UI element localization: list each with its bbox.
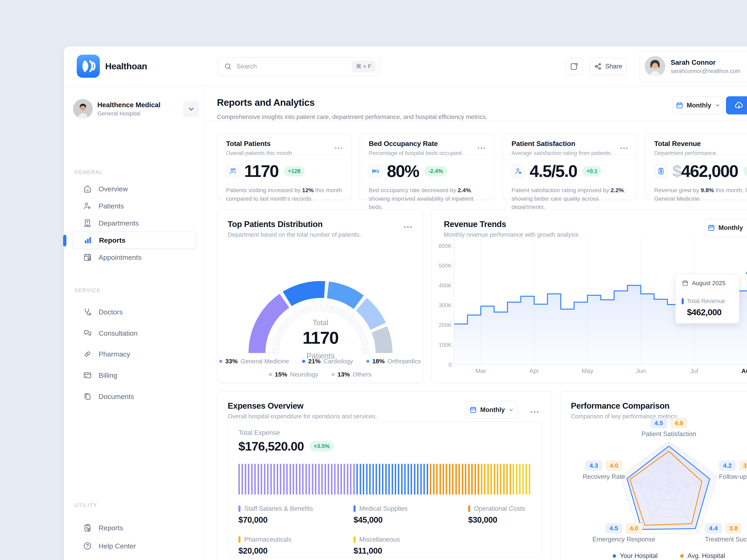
chevron-down-icon [187, 105, 196, 113]
stat-value: 4.5/5.0 [530, 161, 577, 181]
sidebar-item-label: Departments [99, 219, 139, 227]
page-title: Reports and Analytics [217, 97, 314, 108]
sidebar-item-help-center[interactable]: Help Center [72, 537, 196, 555]
user-email: sarahconnor@healthce.com [671, 68, 740, 75]
distribution-menu-button[interactable] [403, 222, 413, 232]
expenses-overview-card: Expenses Overview Overall hospital expen… [217, 391, 552, 560]
revenue-period-value: Monthly [719, 224, 743, 232]
expenses-period-dropdown[interactable]: Monthly [466, 401, 517, 419]
sidebar-item-overview[interactable]: Overview [72, 180, 196, 197]
gauge-legend-row-2: 15%Neurology13%Others [217, 371, 423, 378]
org-switcher[interactable]: Healthence Medical General Hospital [73, 99, 160, 119]
app-logo-icon [77, 55, 100, 78]
sidebar-item-consultation[interactable]: Consultation [72, 324, 196, 342]
sidebar-item-settings[interactable]: Settings [72, 556, 196, 560]
tooltip-series-marker [681, 298, 684, 304]
bed-icon [369, 164, 382, 178]
expenses-period-value: Monthly [480, 406, 505, 414]
share-icon [594, 62, 602, 71]
sidebar-item-patients[interactable]: Patients [72, 197, 196, 215]
clipboard-icon [83, 523, 92, 532]
documents-icon [83, 392, 92, 401]
user-name: Sarah Connor [671, 58, 740, 66]
stat-description: Bed occupancy rate decreased by 2.4%, sh… [369, 186, 487, 211]
sidebar-item-documents[interactable]: Documents [72, 388, 196, 405]
stat-menu-button[interactable] [476, 143, 486, 153]
calendar-icon [681, 279, 689, 287]
gauge-legend-item: 18%Orthopedics [366, 358, 421, 365]
svg-text:0: 0 [448, 362, 452, 368]
stat-description: Patient satisfaction rating improved by … [512, 186, 629, 211]
app-title: Healthoan [105, 46, 147, 86]
stat-title: Patient Satisfaction [512, 140, 612, 148]
documents-icon [83, 392, 92, 401]
revenue-title: Revenue Trends [444, 220, 578, 229]
export-button[interactable]: Export [726, 96, 747, 114]
expenses-menu-button[interactable] [529, 407, 540, 417]
stat-change-badge: -2.4% [424, 166, 447, 177]
expenses-title: Expenses Overview [228, 401, 377, 410]
stat-description: Revenue grew by 9.8% this month, led by … [654, 186, 747, 203]
stat-card-patient-satisfaction: Patient SatisfactionAverage satisfaction… [503, 133, 637, 200]
external-link-button[interactable] [566, 58, 583, 75]
sidebar-item-label: Documents [99, 393, 134, 401]
sidebar-item-reports[interactable]: Reports [72, 519, 196, 536]
svg-text:Jul: Jul [690, 367, 698, 374]
stat-title: Total Patients [226, 140, 293, 148]
tooltip-value: $462,000 [676, 306, 739, 323]
clipboard-dollar-icon [654, 164, 668, 178]
radar-axis-badges: 4.54.0 [605, 523, 642, 533]
radar-axis-badges: 4.34.0 [585, 460, 622, 471]
patients-icon [83, 202, 92, 211]
org-collapse-button[interactable] [183, 101, 199, 117]
stat-menu-button[interactable] [619, 143, 629, 153]
radar-legend-item: Avg. Hospital [680, 552, 725, 560]
radar-axis-label: Emergency Response [593, 536, 655, 543]
patients-icon [83, 202, 92, 211]
search-input[interactable]: Search ⌘ + F [217, 57, 380, 76]
stat-subtitle: Department performance. [654, 150, 718, 157]
help-icon [83, 541, 92, 551]
revenue-subtitle: Monthly revenue performance with growth … [444, 231, 578, 238]
sidebar-item-label: Reports [99, 236, 125, 244]
expense-bar-strip [238, 464, 532, 495]
org-avatar [73, 99, 93, 119]
radar-axis-badges: 4.23.4 [719, 460, 747, 471]
sidebar-item-appointments[interactable]: Appointments [72, 249, 196, 266]
radar-axis-badges: 4.54.0 [650, 418, 687, 428]
expense-change-badge: +3.5% [310, 441, 334, 452]
distribution-title: Top Patients Distribution [228, 220, 361, 229]
patients-distribution-card: Top Patients Distribution Department bas… [217, 209, 423, 383]
external-link-icon [570, 62, 579, 71]
help-icon [83, 541, 92, 551]
period-dropdown[interactable]: Monthly [672, 96, 724, 114]
user-profile[interactable]: Sarah Connor sarahconnor@healthce.com [639, 51, 747, 82]
doctors-icon [83, 308, 92, 317]
radar-legend: Your HospitalAvg. Hospital [613, 552, 725, 560]
sidebar-item-label: Doctors [99, 308, 123, 316]
sidebar-item-billing[interactable]: Billing [72, 367, 196, 384]
revenue-tooltip: August 2025 Total Revenue $462,000 [675, 274, 739, 323]
calendar-icon [676, 102, 684, 109]
sidebar-item-departments[interactable]: Departments [72, 214, 196, 232]
topbar: Healthoan Search ⌘ + F Share [64, 46, 747, 86]
share-label: Share [605, 63, 622, 70]
sidebar-item-doctors[interactable]: Doctors [72, 303, 196, 321]
share-button[interactable]: Share [589, 58, 626, 75]
billing-icon [83, 371, 92, 380]
sidebar-item-pharmacy[interactable]: Pharmacy [72, 345, 196, 363]
sidebar-item-label: Pharmacy [99, 350, 130, 358]
revenue-period-dropdown[interactable]: Monthly [704, 219, 747, 237]
sidebar-item-reports[interactable]: Reports [72, 232, 196, 249]
calendar-icon [469, 406, 477, 414]
desktop-background: Healthoan Search ⌘ + F Share [0, 0, 747, 560]
stat-menu-button[interactable] [334, 143, 343, 153]
ellipsis-icon [403, 222, 413, 232]
departments-icon [83, 218, 92, 228]
active-indicator [63, 235, 67, 246]
gauge-legend-item: 15%Neurology [269, 371, 318, 378]
svg-text:500K: 500K [439, 263, 452, 269]
svg-text:100K: 100K [439, 342, 452, 348]
chevron-down-icon [715, 102, 721, 108]
stat-subtitle: Overall patients this month. [226, 150, 293, 157]
